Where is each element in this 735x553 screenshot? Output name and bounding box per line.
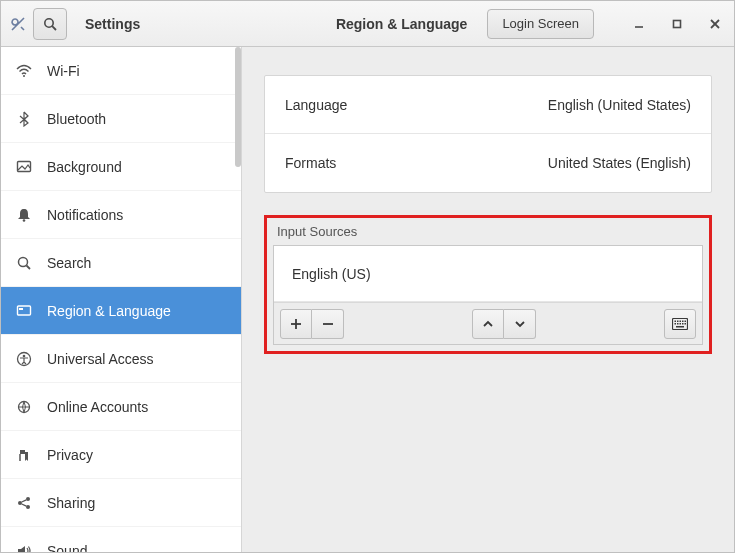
content-panel: Language English (United States) Formats…: [241, 47, 734, 552]
notifications-icon: [15, 206, 33, 224]
input-sources-toolbar: [274, 302, 702, 344]
svg-point-8: [23, 219, 26, 222]
sidebar-item-bluetooth[interactable]: Bluetooth: [1, 95, 241, 143]
keyboard-layout-button[interactable]: [664, 309, 696, 339]
sidebar-item-wifi[interactable]: Wi-Fi: [1, 47, 241, 95]
add-input-source-button[interactable]: [280, 309, 312, 339]
sidebar-item-region-language[interactable]: Region & Language: [1, 287, 241, 335]
move-down-button[interactable]: [504, 309, 536, 339]
plus-icon: [289, 317, 303, 331]
svg-rect-25: [680, 320, 682, 322]
move-up-button[interactable]: [472, 309, 504, 339]
minus-icon: [321, 317, 335, 331]
remove-input-source-button[interactable]: [312, 309, 344, 339]
sidebar-item-label: Universal Access: [47, 351, 154, 367]
language-value: English (United States): [548, 97, 691, 113]
svg-point-0: [45, 18, 53, 26]
sidebar-item-privacy[interactable]: Privacy: [1, 431, 241, 479]
sidebar-item-label: Bluetooth: [47, 111, 106, 127]
formats-value: United States (English): [548, 155, 691, 171]
language-row[interactable]: Language English (United States): [265, 76, 711, 134]
svg-rect-3: [674, 20, 681, 27]
svg-point-17: [26, 497, 30, 501]
minimize-button[interactable]: [628, 13, 650, 35]
background-icon: [15, 158, 33, 176]
region-language-icon: [15, 302, 33, 320]
online-accounts-icon: [15, 398, 33, 416]
svg-line-1: [52, 26, 56, 30]
sidebar-item-label: Sharing: [47, 495, 95, 511]
universal-access-icon: [15, 350, 33, 368]
sidebar-item-label: Wi-Fi: [47, 63, 80, 79]
svg-rect-11: [18, 306, 31, 315]
svg-rect-26: [682, 320, 684, 322]
formats-label: Formats: [285, 155, 336, 171]
panel-title: Region & Language: [336, 16, 467, 32]
svg-rect-33: [676, 326, 684, 328]
privacy-icon: [15, 446, 33, 464]
sidebar-item-label: Sound: [47, 543, 87, 553]
scrollbar[interactable]: [235, 47, 241, 167]
bluetooth-icon: [15, 110, 33, 128]
titlebar: Settings Region & Language Login Screen: [1, 1, 734, 47]
sharing-icon: [15, 494, 33, 512]
sidebar-item-label: Online Accounts: [47, 399, 148, 415]
sidebar: Wi-Fi Bluetooth Background Notifications…: [1, 47, 241, 552]
settings-tools-icon: [9, 15, 27, 33]
input-sources-label: Input Sources: [277, 224, 703, 239]
svg-point-14: [23, 354, 26, 357]
chevron-down-icon: [514, 318, 526, 330]
sidebar-item-universal-access[interactable]: Universal Access: [1, 335, 241, 383]
svg-point-9: [19, 257, 28, 266]
input-source-label: English (US): [292, 266, 371, 282]
close-button[interactable]: [704, 13, 726, 35]
svg-rect-31: [682, 323, 684, 325]
input-sources-list: English (US): [273, 245, 703, 345]
svg-rect-29: [677, 323, 679, 325]
svg-point-18: [26, 505, 30, 509]
svg-point-16: [18, 501, 22, 505]
svg-line-10: [27, 265, 31, 269]
sidebar-item-notifications[interactable]: Notifications: [1, 191, 241, 239]
search-button[interactable]: [33, 8, 67, 40]
svg-point-6: [23, 75, 25, 77]
search-icon: [15, 254, 33, 272]
svg-rect-23: [675, 320, 677, 322]
wifi-icon: [15, 62, 33, 80]
sidebar-item-search[interactable]: Search: [1, 239, 241, 287]
sidebar-item-online-accounts[interactable]: Online Accounts: [1, 383, 241, 431]
sidebar-item-label: Region & Language: [47, 303, 171, 319]
svg-rect-27: [685, 320, 687, 322]
svg-rect-32: [685, 323, 687, 325]
login-screen-button[interactable]: Login Screen: [487, 9, 594, 39]
app-title: Settings: [85, 16, 140, 32]
maximize-button[interactable]: [666, 13, 688, 35]
svg-rect-30: [680, 323, 682, 325]
keyboard-icon: [672, 318, 688, 330]
language-label: Language: [285, 97, 347, 113]
region-settings-card: Language English (United States) Formats…: [264, 75, 712, 193]
svg-rect-24: [677, 320, 679, 322]
input-sources-highlight: Input Sources English (US): [264, 215, 712, 354]
sidebar-item-label: Privacy: [47, 447, 93, 463]
sidebar-item-sharing[interactable]: Sharing: [1, 479, 241, 527]
sidebar-item-background[interactable]: Background: [1, 143, 241, 191]
sidebar-item-sound[interactable]: Sound: [1, 527, 241, 552]
formats-row[interactable]: Formats United States (English): [265, 134, 711, 192]
search-icon: [43, 17, 57, 31]
sound-icon: [15, 542, 33, 553]
svg-rect-12: [19, 308, 23, 310]
svg-rect-28: [675, 323, 677, 325]
input-source-item[interactable]: English (US): [274, 246, 702, 302]
chevron-up-icon: [482, 318, 494, 330]
sidebar-item-label: Background: [47, 159, 122, 175]
sidebar-item-label: Notifications: [47, 207, 123, 223]
sidebar-item-label: Search: [47, 255, 91, 271]
